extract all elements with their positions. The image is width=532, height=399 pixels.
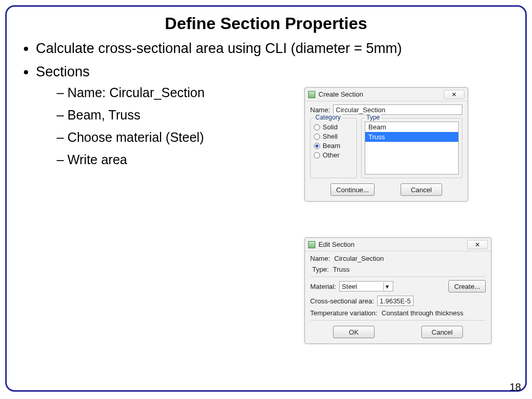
- radio-shell[interactable]: Shell: [314, 132, 353, 140]
- create-material-button[interactable]: Create...: [448, 280, 486, 292]
- type-legend: Type: [365, 114, 381, 121]
- type-value: Truss: [332, 265, 350, 273]
- material-select[interactable]: Steel ▾: [339, 281, 393, 291]
- temp-value: Constant through thickness: [380, 309, 463, 317]
- radio-shell-label: Shell: [323, 132, 338, 140]
- name-input[interactable]: Circular_Section: [333, 104, 462, 115]
- material-label: Material:: [310, 283, 336, 290]
- dialog-titlebar[interactable]: Create Section ✕: [305, 88, 468, 101]
- ok-button[interactable]: OK: [333, 326, 375, 338]
- bullet-1: Calculate cross-sectional area using CLI…: [36, 41, 525, 57]
- close-icon[interactable]: ✕: [467, 240, 488, 249]
- radio-other[interactable]: Other: [314, 151, 353, 159]
- csa-input[interactable]: 1.9635E-5: [377, 296, 414, 306]
- radio-beam-label: Beam: [323, 142, 340, 150]
- type-fieldset: Type Beam Truss: [361, 118, 462, 178]
- app-icon: [308, 91, 315, 98]
- cancel-button[interactable]: Cancel: [401, 183, 442, 196]
- slide-frame: Define Section Properties Calculate cros…: [5, 5, 527, 392]
- slide-title: Define Section Properties: [7, 14, 525, 33]
- category-fieldset: Category Solid Shell Beam Other: [310, 118, 357, 178]
- name-label: Name:: [310, 106, 330, 114]
- category-legend: Category: [314, 114, 342, 121]
- page-number: 18: [510, 381, 521, 393]
- bullet-2-text: Sections: [36, 64, 90, 79]
- radio-other-label: Other: [323, 151, 340, 159]
- edit-section-dialog: Edit Section ✕ Name: Circular_Section Ty…: [304, 237, 491, 344]
- dialog-title: Edit Section: [318, 241, 467, 248]
- app-icon: [308, 241, 315, 248]
- dialog-title: Create Section: [318, 90, 444, 98]
- radio-solid-label: Solid: [323, 123, 338, 131]
- temp-label: Temperature variation:: [310, 309, 377, 317]
- name-value: Circular_Section: [333, 255, 383, 262]
- dialog-titlebar[interactable]: Edit Section ✕: [305, 238, 491, 251]
- radio-solid[interactable]: Solid: [314, 123, 353, 131]
- type-item-truss[interactable]: Truss: [365, 132, 458, 142]
- type-listbox[interactable]: Beam Truss: [365, 122, 459, 175]
- continue-button[interactable]: Continue...: [330, 183, 375, 196]
- create-section-dialog: Create Section ✕ Name: Circular_Section …: [304, 87, 468, 202]
- csa-label: Cross-sectional area:: [310, 297, 374, 305]
- type-item-beam[interactable]: Beam: [365, 122, 458, 132]
- cancel-button[interactable]: Cancel: [421, 326, 463, 338]
- chevron-down-icon[interactable]: ▾: [383, 283, 391, 290]
- name-label: Name:: [310, 255, 330, 262]
- close-icon[interactable]: ✕: [444, 90, 464, 99]
- material-value: Steel: [342, 283, 383, 290]
- radio-beam[interactable]: Beam: [314, 142, 353, 150]
- type-label: Type:: [312, 265, 329, 273]
